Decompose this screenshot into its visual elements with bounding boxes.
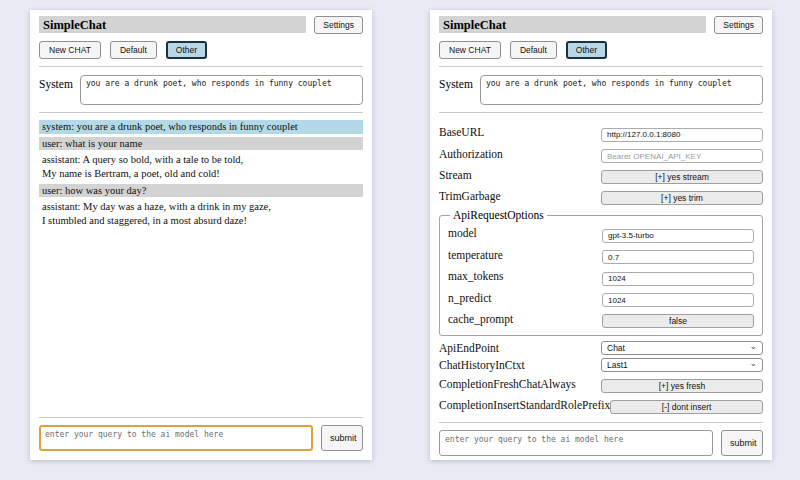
setting-row-n-predict: n_predict bbox=[448, 289, 754, 308]
query-input[interactable] bbox=[39, 425, 313, 451]
temperature-input[interactable] bbox=[602, 250, 754, 264]
completion-fresh-chat-toggle-button[interactable]: [+] yes fresh bbox=[601, 379, 763, 393]
session-toolbar: New CHAT Default Other bbox=[39, 41, 363, 59]
system-prompt-input[interactable]: you are a drunk poet, who responds in fu… bbox=[480, 75, 763, 105]
setting-row-base-url: BaseURL bbox=[439, 123, 763, 142]
settings-panel: SimpleChat Settings New CHAT Default Oth… bbox=[430, 10, 772, 460]
chat-message-system: system: you are a drunk poet, who respon… bbox=[39, 120, 363, 134]
settings-button[interactable]: Settings bbox=[714, 16, 763, 34]
setting-row-max-tokens: max_tokens bbox=[448, 267, 754, 286]
app-header: SimpleChat Settings bbox=[39, 16, 363, 34]
settings-button[interactable]: Settings bbox=[314, 16, 363, 34]
setting-row-completion-fresh-chat-always: CompletionFreshChatAlways [+] yes fresh bbox=[439, 375, 763, 393]
setting-row-api-endpoint: ApiEndPoint Chat ⌄ bbox=[439, 341, 763, 355]
n-predict-label: n_predict bbox=[448, 292, 491, 304]
chat-history-in-ctxt-label: ChatHistoryInCtxt bbox=[439, 359, 525, 371]
session-tab-other[interactable]: Other bbox=[166, 41, 207, 59]
session-tab-default[interactable]: Default bbox=[510, 41, 557, 59]
app-title: SimpleChat bbox=[39, 16, 306, 33]
api-request-options-fieldset: ApiRequestOptions model temperature max_… bbox=[439, 209, 763, 336]
n-predict-input[interactable] bbox=[602, 293, 754, 307]
new-chat-button[interactable]: New CHAT bbox=[39, 41, 101, 59]
cache-prompt-label: cache_prompt bbox=[448, 313, 513, 325]
settings-form: BaseURL Authorization Stream [+] yes str… bbox=[439, 120, 763, 417]
chat-message-assistant: assistant: My day was a haze, with a dri… bbox=[39, 200, 363, 227]
submit-button[interactable]: submit bbox=[321, 425, 363, 451]
completion-fresh-chat-always-label: CompletionFreshChatAlways bbox=[439, 378, 576, 390]
system-prompt-label: System bbox=[39, 75, 73, 105]
stream-label: Stream bbox=[439, 169, 472, 181]
setting-row-model: model bbox=[448, 224, 754, 243]
query-row: submit bbox=[39, 425, 363, 451]
api-endpoint-select[interactable]: Chat ⌄ bbox=[601, 341, 763, 355]
chat-message-user: user: how was your day? bbox=[39, 184, 363, 198]
submit-button[interactable]: submit bbox=[721, 430, 763, 456]
api-endpoint-selected-value: Chat bbox=[607, 343, 625, 353]
chat-panel: SimpleChat Settings New CHAT Default Oth… bbox=[30, 10, 372, 460]
temperature-label: temperature bbox=[448, 249, 503, 261]
divider bbox=[439, 112, 763, 113]
chat-history-in-ctxt-select[interactable]: Last1 ⌄ bbox=[601, 358, 763, 372]
setting-row-trim-garbage: TrimGarbage [+] yes trim bbox=[439, 187, 763, 205]
divider bbox=[39, 417, 363, 418]
trim-garbage-toggle-button[interactable]: [+] yes trim bbox=[601, 191, 763, 205]
base-url-label: BaseURL bbox=[439, 126, 484, 138]
base-url-input[interactable] bbox=[601, 128, 763, 142]
new-chat-button[interactable]: New CHAT bbox=[439, 41, 501, 59]
chat-message-assistant: assistant: A query so bold, with a tale … bbox=[39, 153, 363, 180]
max-tokens-input[interactable] bbox=[602, 272, 754, 286]
system-prompt-input[interactable]: you are a drunk poet, who responds in fu… bbox=[80, 75, 363, 105]
max-tokens-label: max_tokens bbox=[448, 270, 504, 282]
setting-row-stream: Stream [+] yes stream bbox=[439, 166, 763, 184]
system-prompt-label: System bbox=[439, 75, 473, 105]
divider bbox=[39, 66, 363, 67]
completion-insert-role-prefix-toggle-button[interactable]: [-] dont insert bbox=[610, 400, 763, 414]
divider bbox=[39, 112, 363, 113]
system-prompt-row: System you are a drunk poet, who respond… bbox=[39, 75, 363, 105]
setting-row-cache-prompt: cache_prompt false bbox=[448, 310, 754, 328]
completion-insert-standard-role-prefix-label: CompletionInsertStandardRolePrefix bbox=[439, 399, 610, 411]
cache-prompt-toggle-button[interactable]: false bbox=[602, 314, 754, 328]
chat-message-list: system: you are a drunk poet, who respon… bbox=[39, 120, 363, 412]
session-toolbar: New CHAT Default Other bbox=[439, 41, 763, 59]
session-tab-default[interactable]: Default bbox=[110, 41, 157, 59]
setting-row-authorization: Authorization bbox=[439, 145, 763, 164]
chat-history-selected-value: Last1 bbox=[607, 360, 628, 370]
authorization-input[interactable] bbox=[601, 149, 763, 163]
chevron-down-icon: ⌄ bbox=[749, 359, 757, 368]
query-row: submit bbox=[439, 430, 763, 456]
setting-row-chat-history-in-ctxt: ChatHistoryInCtxt Last1 ⌄ bbox=[439, 358, 763, 372]
trim-garbage-label: TrimGarbage bbox=[439, 190, 501, 202]
setting-row-completion-insert-standard-role-prefix: CompletionInsertStandardRolePrefix [-] d… bbox=[439, 396, 763, 414]
app-header: SimpleChat Settings bbox=[439, 16, 763, 34]
app-title: SimpleChat bbox=[439, 16, 706, 33]
model-label: model bbox=[448, 227, 477, 239]
chevron-down-icon: ⌄ bbox=[749, 342, 757, 351]
session-tab-other[interactable]: Other bbox=[566, 41, 607, 59]
api-endpoint-label: ApiEndPoint bbox=[439, 342, 499, 354]
query-input[interactable] bbox=[439, 430, 713, 456]
divider bbox=[439, 422, 763, 423]
chat-message-user: user: what is your name bbox=[39, 137, 363, 151]
setting-row-temperature: temperature bbox=[448, 246, 754, 265]
model-input[interactable] bbox=[602, 229, 754, 243]
api-request-options-legend: ApiRequestOptions bbox=[450, 209, 547, 221]
system-prompt-row: System you are a drunk poet, who respond… bbox=[439, 75, 763, 105]
authorization-label: Authorization bbox=[439, 148, 503, 160]
divider bbox=[439, 66, 763, 67]
stream-toggle-button[interactable]: [+] yes stream bbox=[601, 170, 763, 184]
